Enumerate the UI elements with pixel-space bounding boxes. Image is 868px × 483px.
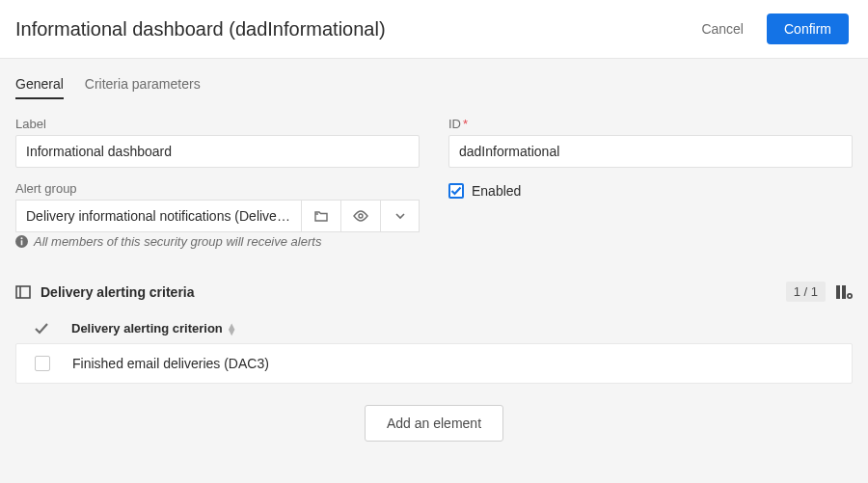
required-indicator: *	[463, 117, 468, 131]
eye-icon	[353, 210, 368, 222]
criteria-column-header[interactable]: Delivery alerting criterion ▲▼	[71, 321, 237, 335]
label-field-label: Label	[15, 117, 420, 131]
info-icon	[15, 235, 28, 248]
alert-group-field-label: Alert group	[15, 181, 420, 196]
layout-icon	[15, 285, 31, 299]
svg-point-0	[359, 214, 363, 218]
header-actions: Cancel Confirm	[695, 13, 849, 44]
alert-group-field: Alert group	[15, 181, 420, 249]
alert-group-view-button[interactable]	[341, 200, 380, 232]
tab-general[interactable]: General	[15, 70, 64, 99]
criteria-section-header: Delivery alerting criteria 1 / 1	[15, 282, 853, 302]
svg-rect-7	[842, 285, 846, 299]
header-check-column	[33, 322, 50, 335]
add-element-row: Add an element	[15, 405, 853, 442]
confirm-button[interactable]: Confirm	[767, 13, 849, 44]
folder-icon	[314, 210, 328, 222]
dialog-content: General Criteria parameters Label Alert …	[0, 59, 868, 483]
tabs: General Criteria parameters	[15, 59, 853, 99]
row-checkbox[interactable]	[35, 356, 50, 371]
label-input[interactable]	[15, 135, 420, 168]
sort-icon: ▲▼	[227, 323, 237, 335]
criteria-pager: 1 / 1	[786, 282, 826, 302]
form-right-column: ID* Enabled	[448, 117, 853, 249]
row-label: Finished email deliveries (DAC3)	[72, 356, 269, 371]
cancel-button[interactable]: Cancel	[695, 20, 749, 38]
id-field-label: ID*	[448, 117, 853, 131]
svg-rect-4	[16, 286, 30, 298]
alert-group-input[interactable]	[15, 200, 301, 232]
alert-group-dropdown-button[interactable]	[381, 200, 420, 232]
add-element-button[interactable]: Add an element	[365, 405, 503, 442]
id-field-label-text: ID	[448, 117, 461, 131]
form-left-column: Label Alert group	[15, 117, 420, 249]
id-field: ID*	[448, 117, 853, 168]
dialog-title: Informational dashboard (dadInformationa…	[15, 18, 695, 40]
check-icon	[450, 186, 462, 196]
table-row[interactable]: Finished email deliveries (DAC3)	[15, 343, 853, 384]
alert-group-helper-text: All members of this security group will …	[34, 234, 321, 249]
id-input[interactable]	[448, 135, 853, 168]
columns-settings-button[interactable]	[835, 284, 853, 300]
columns-settings-icon	[835, 284, 853, 300]
chevron-down-icon	[394, 212, 406, 220]
criteria-column-header-text: Delivery alerting criterion	[71, 321, 223, 335]
alert-group-helper: All members of this security group will …	[15, 234, 420, 249]
enabled-label: Enabled	[472, 183, 521, 199]
svg-rect-6	[836, 285, 840, 299]
dialog-header: Informational dashboard (dadInformationa…	[0, 0, 868, 59]
form-grid: Label Alert group	[15, 117, 853, 249]
svg-point-3	[21, 237, 23, 239]
check-icon	[34, 322, 49, 335]
svg-rect-2	[21, 240, 23, 245]
criteria-section-title: Delivery alerting criteria	[41, 284, 776, 300]
label-field: Label	[15, 117, 420, 168]
row-check-column	[34, 356, 51, 371]
svg-point-9	[849, 294, 851, 296]
criteria-list: Delivery alerting criterion ▲▼ Finished …	[15, 313, 853, 384]
enabled-checkbox[interactable]	[448, 183, 464, 199]
alert-group-folder-button[interactable]	[302, 200, 340, 232]
alert-group-combo	[15, 200, 420, 232]
tab-criteria-parameters[interactable]: Criteria parameters	[85, 70, 201, 99]
criteria-list-header: Delivery alerting criterion ▲▼	[15, 313, 853, 343]
enabled-field: Enabled	[448, 183, 853, 199]
